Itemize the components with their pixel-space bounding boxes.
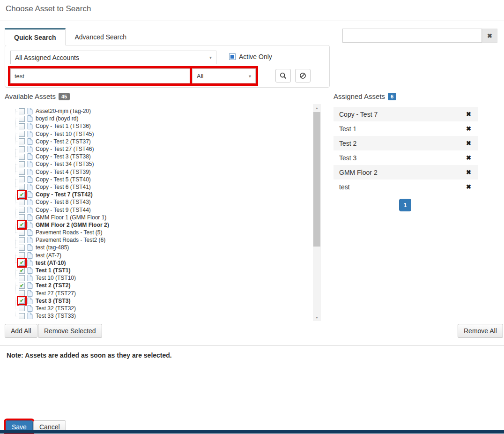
account-select[interactable]: All Assigned Accounts ▾ <box>10 51 216 64</box>
remove-asset-icon[interactable]: ✖ <box>466 125 471 132</box>
tree-connector <box>15 134 18 134</box>
active-only-checkbox[interactable] <box>229 53 236 60</box>
tab-quick-search[interactable]: Quick Search <box>5 28 66 45</box>
remove-asset-icon[interactable]: ✖ <box>466 183 471 190</box>
add-all-button[interactable]: Add All <box>5 324 37 338</box>
remove-asset-icon[interactable]: ✖ <box>466 140 471 147</box>
remove-asset-icon[interactable]: ✖ <box>466 154 471 161</box>
tree-checkbox[interactable] <box>19 275 25 281</box>
tree-checkbox[interactable] <box>19 313 25 319</box>
tree-checkbox[interactable]: ✔ <box>19 260 25 266</box>
active-only-label: Active Only <box>239 53 272 60</box>
tree-item[interactable]: Pavement Roads - Test2 (6) <box>5 236 312 244</box>
tree-item[interactable]: Copy - Test 5 (TST40) <box>5 176 312 183</box>
tree-connector <box>15 308 18 308</box>
tree-checkbox[interactable] <box>19 290 25 296</box>
check-icon: ✔ <box>20 268 24 274</box>
clear-filter-button[interactable]: ✖ <box>482 29 497 43</box>
tree-checkbox[interactable] <box>19 214 25 220</box>
tree-checkbox[interactable] <box>19 123 25 129</box>
file-icon <box>27 222 33 228</box>
tree-item[interactable]: ✔ Test 3 (TST3) <box>5 297 312 305</box>
tree-checkbox[interactable] <box>19 305 25 311</box>
tree-item[interactable]: Test 27 (TST27) <box>5 290 312 297</box>
asset-search-input[interactable] <box>10 68 191 83</box>
tree-item[interactable]: Test 10 (TST10) <box>5 274 312 282</box>
tree-checkbox[interactable] <box>19 154 25 160</box>
tab-advanced-search[interactable]: Advanced Search <box>66 28 136 45</box>
tree-item[interactable]: Copy - Test 1 (TST36) <box>5 122 312 130</box>
tree-checkbox[interactable] <box>19 169 25 175</box>
tree-item[interactable]: Copy - Test 8 (TST43) <box>5 198 312 206</box>
quick-search-panel: All Assigned Accounts ▾ Active Only All … <box>5 45 330 88</box>
tree-item[interactable]: Asset20-mjm (Tag-20) <box>5 107 312 115</box>
scroll-up-arrow-icon[interactable]: ▲ <box>313 104 321 112</box>
file-icon <box>27 298 33 304</box>
tree-item-label: Copy - Test 7 (TST42) <box>36 191 93 198</box>
assigned-filter-input[interactable] <box>342 29 482 43</box>
bottom-bar <box>0 430 504 434</box>
pagination-page-1[interactable]: 1 <box>399 199 411 211</box>
tree-connector <box>15 126 18 127</box>
tree-item[interactable]: Test 33 (TST33) <box>5 312 312 320</box>
tree-checkbox[interactable] <box>19 184 25 190</box>
tree-item[interactable]: boyd rd (boyd rd) <box>5 115 312 122</box>
search-button[interactable] <box>275 69 291 82</box>
tree-checkbox[interactable]: ✔ <box>19 222 25 228</box>
tree-connector <box>15 300 18 301</box>
clear-search-button[interactable] <box>295 69 311 82</box>
tree-item[interactable]: ✔ Copy - Test 7 (TST42) <box>5 191 312 198</box>
tree-item[interactable]: Copy - Test 9 (TST44) <box>5 206 312 213</box>
tree-checkbox[interactable] <box>19 131 25 137</box>
tree-item[interactable]: test (AT-7) <box>5 252 312 259</box>
tree-item[interactable]: Copy - Test 6 (TST41) <box>5 183 312 191</box>
tree-item[interactable]: ✔ GMM Floor 2 (GMM Floor 2) <box>5 221 312 229</box>
tree-checkbox[interactable] <box>19 116 25 122</box>
tree-connector <box>15 316 18 316</box>
tab-bar: Quick Search Advanced Search <box>5 28 136 45</box>
tree-item[interactable]: GMM Floor 1 (GMM Floor 1) <box>5 214 312 221</box>
tree-item-label: Copy - Test 6 (TST41) <box>36 184 91 190</box>
tree-scrollbar[interactable]: ▲ ▼ <box>313 104 321 321</box>
tree-item[interactable]: Copy - Test 10 (TST45) <box>5 130 312 138</box>
tree-checkbox[interactable] <box>19 230 25 236</box>
tree-item-label: Copy - Test 9 (TST44) <box>36 207 91 213</box>
scrollbar-thumb[interactable] <box>313 112 320 247</box>
tree-item[interactable]: Copy - Test 4 (TST39) <box>5 168 312 176</box>
tree-checkbox[interactable] <box>19 207 25 213</box>
tree-checkbox[interactable] <box>19 252 25 258</box>
tree-item[interactable]: Copy - Test 3 (TST38) <box>5 153 312 160</box>
remove-asset-icon[interactable]: ✖ <box>466 169 471 176</box>
tree-checkbox[interactable]: ✔ <box>19 298 25 304</box>
tree-checkbox[interactable] <box>19 146 25 152</box>
tree-checkbox[interactable]: ✔ <box>19 283 25 289</box>
tree-item[interactable]: Copy - Test 34 (TST35) <box>5 160 312 168</box>
tree-item[interactable]: ✔ Test 2 (TST2) <box>5 282 312 289</box>
tree-checkbox[interactable] <box>19 237 25 243</box>
remove-selected-button[interactable]: Remove Selected <box>38 324 102 338</box>
scroll-down-arrow-icon[interactable]: ▼ <box>313 314 321 321</box>
tree-checkbox[interactable] <box>19 176 25 182</box>
tree-checkbox[interactable]: ✔ <box>19 192 25 198</box>
tree-checkbox[interactable] <box>19 199 25 205</box>
tree-item[interactable]: test (tag-485) <box>5 244 312 251</box>
tree-item[interactable]: Test 32 (TST32) <box>5 305 312 312</box>
asset-type-select[interactable]: All ▾ <box>192 68 256 83</box>
tree-checkbox[interactable] <box>19 161 25 167</box>
tree-item[interactable]: Pavement Roads - Test (5) <box>5 229 312 236</box>
tree-connector <box>15 119 18 119</box>
tree-checkbox[interactable] <box>19 108 25 114</box>
remove-all-button[interactable]: Remove All <box>458 324 503 338</box>
tree-checkbox[interactable] <box>19 138 25 144</box>
tree-item[interactable]: ✔ test (AT-10) <box>5 259 312 267</box>
tree-checkbox[interactable] <box>19 245 25 251</box>
tree-item[interactable]: ✔ Test 1 (TST1) <box>5 267 312 274</box>
tree-connector <box>15 157 18 157</box>
tree-item[interactable]: Copy - Test 27 (TST46) <box>5 145 312 153</box>
tree-item-label: Copy - Test 5 (TST40) <box>36 176 91 183</box>
assigned-asset-label: Copy - Test 7 <box>339 111 378 118</box>
remove-asset-icon[interactable]: ✖ <box>466 111 471 118</box>
tree-item[interactable]: Copy - Test 2 (TST37) <box>5 138 312 145</box>
tree-checkbox[interactable]: ✔ <box>19 268 25 274</box>
assigned-count-badge: 6 <box>388 93 396 100</box>
